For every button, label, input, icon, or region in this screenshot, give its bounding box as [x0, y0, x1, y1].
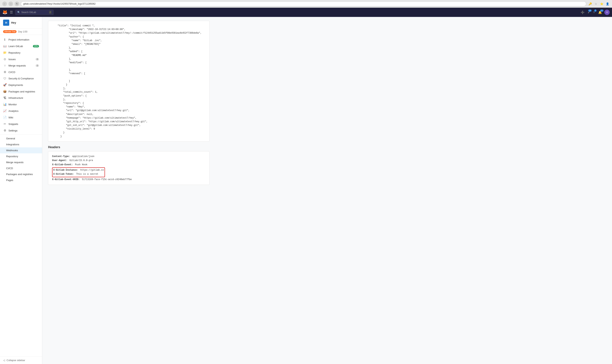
project-name: Hey: [11, 21, 16, 24]
headers-section-title: Headers: [48, 145, 209, 149]
sidebar-item-deployments[interactable]: 🚀 Deployments: [0, 82, 42, 88]
header-value: Push Hook: [74, 163, 88, 167]
snippets-icon: ✂: [3, 122, 7, 126]
issues-icon: ⊙: [3, 57, 7, 61]
star-icon[interactable]: ⭐: [599, 1, 604, 6]
sidebar-item-settings[interactable]: ⚙ Settings: [0, 127, 42, 134]
sidebar-item-security-compliance[interactable]: 🛡 Security & Compliance: [0, 75, 42, 82]
sidebar-item-infrastructure[interactable]: 🏗 Infrastructure: [0, 95, 42, 101]
sidebar-item-merge-requests[interactable]: ⑂ Merge requests 0: [0, 63, 42, 69]
sidebar-item-label: Learn GitLab: [8, 45, 31, 48]
highlighted-headers-container: X-Gitlab-Instance: https://gitlab.co X-G…: [52, 167, 105, 177]
sidebar-subitem-label: Repository: [6, 155, 39, 158]
main-content: "title": "Initial commit ", "timestamp":…: [42, 17, 612, 364]
sidebar-item-learn-gitlab[interactable]: 📖 Learn GitLab 22%: [0, 43, 42, 49]
main-layout: H Hey Ultimate Trial Day 1/30 ℹ Project …: [0, 17, 612, 364]
infrastructure-icon: 🏗: [3, 96, 7, 100]
key-icon[interactable]: 🔑: [588, 1, 592, 6]
header-content-type: Content-Type: application/json: [52, 155, 206, 159]
sidebar-item-cicd[interactable]: ⚙ CI/CD: [0, 69, 42, 75]
sidebar-item-label: Packages and registries: [8, 90, 39, 93]
merge-requests-button[interactable]: ⑂ 7: [592, 10, 596, 15]
sidebar-subitem-label: Webhooks: [6, 149, 39, 152]
sidebar-item-packages-registries-settings[interactable]: Packages and registries: [0, 171, 42, 177]
collapse-label: Collapse sidebar: [7, 359, 25, 362]
forward-button[interactable]: →: [8, 1, 13, 6]
project-avatar: H: [3, 20, 9, 26]
search-icon: 🔍: [17, 11, 20, 14]
sidebar-item-label: Security & Compliance: [8, 77, 39, 80]
sidebar-item-wiki[interactable]: 📄 Wiki: [0, 114, 42, 121]
slash-hint: /: [49, 11, 52, 14]
sidebar-item-repository[interactable]: 📁 Repository: [0, 49, 42, 56]
collapse-sidebar-button[interactable]: ◁ Collapse sidebar: [3, 359, 39, 362]
sidebar-item-pages[interactable]: Pages: [0, 177, 42, 183]
header-key: Content-Type:: [52, 155, 70, 159]
gitlab-logo: 🦊: [2, 10, 8, 15]
sidebar-item-label: Repository: [8, 51, 39, 54]
sidebar-item-merge-requests-settings[interactable]: Merge requests: [0, 159, 42, 165]
header-gitlab-instance: X-Gitlab-Instance: https://gitlab.co: [53, 168, 104, 172]
notifications-badge: 11: [600, 9, 604, 12]
sidebar-item-issues[interactable]: ⊙ Issues 0: [0, 56, 42, 63]
create-button[interactable]: ➕: [580, 10, 585, 15]
search-bar[interactable]: 🔍 Search GitLab /: [15, 10, 54, 15]
sidebar-item-label: Issues: [8, 58, 34, 61]
browser-actions: 🔑 ☆ ⭐ 👤: [588, 1, 610, 6]
sidebar-item-general[interactable]: General: [0, 135, 42, 142]
sidebar-item-snippets[interactable]: ✂ Snippets: [0, 121, 42, 127]
issues-button[interactable]: ✓ 14: [587, 10, 591, 15]
trial-day: Day 1/30: [18, 30, 27, 33]
sidebar-subitem-label: Pages: [6, 179, 39, 182]
header-key: User-Agent:: [52, 158, 67, 163]
account-icon[interactable]: 👤: [605, 1, 610, 6]
header-gitlab-event: X-Gitlab-Event: Push Hook: [52, 163, 206, 167]
header-value: https://gitlab.co: [79, 168, 104, 172]
sidebar-item-webhooks[interactable]: Webhooks: [0, 147, 42, 153]
sidebar-item-packages-registries[interactable]: 📦 Packages and registries: [0, 88, 42, 95]
url-bar[interactable]: [21, 1, 586, 6]
repository-icon: 📁: [3, 51, 7, 54]
gitlab-navbar: 🦊 ☰ 🔍 Search GitLab / ➕ ✓ 14 ⑂ 7 🔔 11 U: [0, 8, 612, 17]
trial-info: Ultimate Trial Day 1/30: [0, 29, 42, 35]
sidebar-subitem-label: CI/CD: [6, 167, 39, 170]
cicd-icon: ⚙: [3, 70, 7, 74]
sidebar-subitem-label: Integrations: [6, 143, 39, 146]
avatar[interactable]: U: [604, 10, 610, 15]
sidebar-nav: ℹ Project information 📖 Learn GitLab 22%…: [0, 35, 42, 356]
header-value: This is a secret: [75, 172, 98, 176]
header-key: X-Gitlab-Instance:: [53, 168, 78, 172]
bookmark-icon[interactable]: ☆: [594, 1, 598, 6]
project-info-icon: ℹ: [3, 38, 7, 41]
issues-count: 0: [36, 58, 39, 61]
header-value: application/json: [71, 155, 94, 159]
trial-badge: Ultimate Trial: [3, 30, 16, 33]
header-key: X-Gitlab-Event-UUID:: [52, 178, 80, 182]
sidebar-item-analytics[interactable]: 📈 Analytics: [0, 108, 42, 114]
mr-badge: 7: [594, 9, 597, 12]
deployments-icon: 🚀: [3, 83, 7, 87]
sidebar-item-label: CI/CD: [8, 71, 39, 74]
sidebar-item-label: Deployments: [8, 84, 39, 87]
learn-progress-badge: 22%: [33, 45, 39, 48]
header-value: 51713169-face-f15c-accd-c0248eb77fbe: [80, 178, 132, 182]
refresh-button[interactable]: ↻: [15, 1, 19, 6]
sidebar-item-repository-settings[interactable]: Repository: [0, 153, 42, 159]
headers-block: Content-Type: application/json User-Agen…: [48, 151, 209, 185]
sidebar-item-label: Infrastructure: [8, 96, 39, 99]
sidebar-item-label: Monitor: [8, 103, 39, 106]
hamburger-menu-icon[interactable]: ☰: [10, 10, 13, 14]
mr-count: 0: [36, 64, 39, 67]
settings-icon: ⚙: [3, 129, 7, 132]
sidebar-item-cicd-settings[interactable]: CI/CD: [0, 165, 42, 171]
sidebar-item-integrations[interactable]: Integrations: [0, 142, 42, 147]
sidebar-bottom: ◁ Collapse sidebar: [0, 356, 42, 364]
analytics-icon: 📈: [3, 109, 7, 113]
back-button[interactable]: ←: [2, 1, 7, 6]
sidebar-subitem-label: Merge requests: [6, 161, 39, 164]
sidebar-item-monitor[interactable]: 📊 Monitor: [0, 101, 42, 108]
notifications-button[interactable]: 🔔 11: [597, 10, 603, 15]
security-icon: 🛡: [3, 77, 7, 80]
sidebar-item-project-information[interactable]: ℹ Project information: [0, 36, 42, 43]
header-key: X-Gitlab-Event:: [52, 163, 73, 167]
